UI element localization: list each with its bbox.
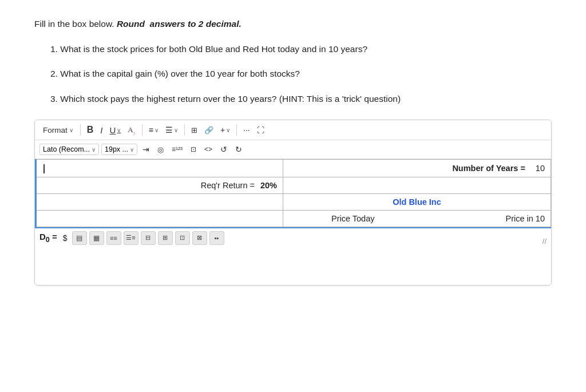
formula-icon-6-glyph: ⊞	[163, 234, 168, 241]
fullscreen-button[interactable]: ⛶	[254, 124, 267, 136]
link-button[interactable]: 🔗	[201, 124, 216, 136]
toolbar-divider-1	[80, 124, 81, 136]
insert-plus-button[interactable]: + ∨	[217, 124, 233, 136]
font-color-button[interactable]: Ay	[125, 124, 138, 137]
resize-handle-icon[interactable]: //	[543, 237, 547, 246]
num-years-value: 10	[536, 164, 545, 173]
formula-icon-4-glyph: ☰≡	[126, 234, 135, 241]
text-cursor	[43, 164, 45, 173]
search-replace-icon: ⊡	[191, 145, 196, 153]
formula-icon-3[interactable]: ≡≡	[106, 231, 121, 245]
editor-content-area[interactable]: Number of Years = 10 Req'r Return = 20%	[35, 159, 551, 285]
format-label: Format	[43, 126, 68, 134]
company-left-cell	[36, 193, 283, 210]
bold-button[interactable]: B	[84, 123, 97, 137]
instructions-section: Fill in the box below. Round answers to …	[34, 17, 552, 106]
intro-text: Fill in the box below. Round answers to …	[34, 17, 552, 31]
formula-icon-8-glyph: ⊠	[197, 234, 202, 241]
q3-text: Which stock pays the highest return over…	[60, 94, 401, 104]
more-icon: ···	[243, 125, 250, 134]
formula-icon-7[interactable]: ⊡	[175, 231, 190, 245]
toolbar-row-1: Format ∨ B I U ∨ Ay ≡ ∨ ☰ ∨ ⊞ 🔗	[35, 120, 551, 140]
more-options-button[interactable]: ···	[240, 124, 253, 136]
font-size-dropdown[interactable]: 19px ... ∨	[101, 144, 137, 155]
underline-chevron-icon: ∨	[117, 127, 121, 133]
columns-button[interactable]: ⊞	[188, 124, 200, 136]
align-icon: ≡	[149, 125, 153, 134]
formula-icon-4[interactable]: ☰≡	[124, 231, 138, 245]
redo-button[interactable]: ↻	[232, 143, 245, 156]
fullscreen-icon: ⛶	[257, 126, 264, 134]
q1-number: 1.	[50, 44, 58, 54]
price-today-label: Price Today	[289, 214, 417, 223]
list-button[interactable]: ☰ ∨	[163, 124, 181, 136]
table-row-3: Old Blue Inc	[36, 193, 551, 210]
q2-number: 2.	[50, 69, 58, 78]
toolbar-divider-3	[184, 124, 185, 136]
underline-button[interactable]: U ∨	[107, 124, 124, 137]
table-row-1: Number of Years = 10	[36, 160, 551, 177]
question-3: 3. Which stock pays the highest return o…	[50, 92, 552, 106]
plus-icon: +	[220, 125, 225, 134]
cursor-cell[interactable]	[36, 160, 283, 177]
search-replace-button[interactable]: ⊡	[188, 144, 199, 155]
dollar-sign: $	[63, 233, 68, 243]
columns-icon: ⊞	[191, 126, 197, 134]
rich-text-editor: Format ∨ B I U ∨ Ay ≡ ∨ ☰ ∨ ⊞ 🔗	[34, 120, 552, 286]
italic-button[interactable]: I	[97, 124, 105, 137]
company-name-label: Old Blue Inc	[393, 197, 441, 207]
req-return-value: 20%	[260, 181, 277, 190]
formula-icon-1[interactable]: ▤	[72, 231, 87, 245]
numbered-list-button[interactable]: ≡¹²³	[169, 144, 185, 155]
q3-number: 3.	[50, 94, 58, 104]
align-button[interactable]: ≡ ∨	[146, 124, 161, 136]
price-header-right-cell: Price Today Price in 10	[283, 210, 551, 227]
format-menu-button[interactable]: Format ∨	[39, 124, 77, 136]
q2-text: What is the capital gain (%) over the 10…	[60, 69, 300, 78]
formula-icon-5[interactable]: ⊟	[141, 231, 156, 245]
align-chevron-icon: ∨	[155, 127, 159, 133]
formula-icon-group: ▤ ▦ ≡≡ ☰≡ ⊟ ⊞	[72, 231, 224, 245]
font-color-icon: Ay	[128, 125, 135, 136]
formula-icon-7-glyph: ⊡	[180, 234, 185, 241]
format-chevron-icon: ∨	[69, 127, 73, 133]
font-family-dropdown[interactable]: Lato (Recom... ∨	[39, 144, 99, 155]
redo-icon: ↻	[235, 145, 242, 154]
font-size-label: 19px ...	[105, 145, 128, 153]
d0-label: D0 =	[39, 232, 57, 244]
code-button[interactable]: <>	[201, 144, 215, 155]
company-name-cell: Old Blue Inc	[283, 193, 551, 210]
q1-text: What is the stock prices for both Old Bl…	[60, 44, 367, 54]
num-years-label: Number of Years =	[289, 164, 525, 173]
code-icon: <>	[204, 145, 212, 153]
table-row-4: Price Today Price in 10	[36, 210, 551, 227]
list-chevron-icon: ∨	[174, 127, 178, 133]
formula-bar-wrapper: D0 = $ ▤ ▦ ≡≡ ☰≡	[35, 227, 551, 248]
formula-icon-3-glyph: ≡≡	[110, 235, 117, 241]
question-1: 1. What is the stock prices for both Old…	[50, 42, 552, 57]
bold-icon: B	[87, 125, 94, 135]
toolbar-divider-2	[142, 124, 142, 136]
num-years-cell: Number of Years = 10	[283, 160, 551, 177]
spell-check-button[interactable]: ◎	[155, 144, 167, 156]
formula-icon-2-glyph: ▦	[93, 234, 100, 242]
formula-icon-2[interactable]: ▦	[89, 231, 104, 245]
formula-icon-8[interactable]: ⊠	[192, 231, 207, 245]
formula-icon-6[interactable]: ⊞	[158, 231, 173, 245]
italic-icon: I	[100, 125, 102, 135]
table-row-2: Req'r Return = 20%	[36, 177, 551, 193]
data-table: Number of Years = 10 Req'r Return = 20%	[35, 159, 551, 227]
spell-check-icon: ◎	[157, 145, 164, 154]
plus-chevron-icon: ∨	[226, 127, 230, 133]
formula-bar[interactable]: D0 = $ ▤ ▦ ≡≡ ☰≡	[35, 227, 551, 248]
link-icon: 🔗	[204, 126, 213, 134]
req-return-label: Req'r Return =	[201, 181, 255, 190]
font-size-chevron-icon: ∨	[130, 146, 134, 153]
formula-icon-1-glyph: ▤	[76, 234, 82, 242]
numbered-list-icon: ≡¹²³	[172, 145, 183, 153]
indent-button[interactable]: ⇥	[140, 143, 152, 156]
undo-button[interactable]: ↺	[217, 143, 230, 156]
formula-icon-9[interactable]: ▪▪	[209, 231, 224, 245]
underline-icon: U	[110, 125, 116, 135]
toolbar-divider-4	[236, 124, 237, 136]
